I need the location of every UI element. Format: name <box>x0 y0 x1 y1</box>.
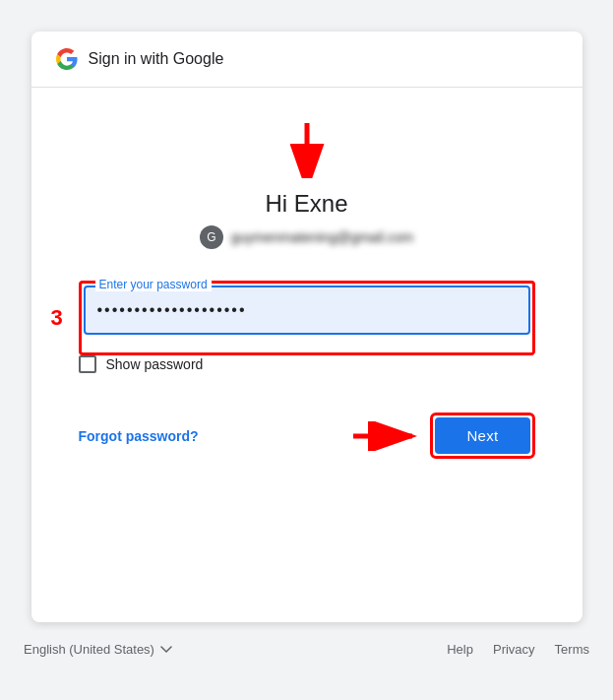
next-button-wrapper: Next <box>430 413 534 459</box>
account-row: G guymenmatening@gmail.com <box>200 225 413 249</box>
avatar: G <box>200 225 223 249</box>
greeting-text: Hi Exne <box>265 190 347 218</box>
terms-link[interactable]: Terms <box>555 642 589 657</box>
password-input[interactable] <box>86 287 528 333</box>
email-text: guymenmatening@gmail.com <box>231 229 413 245</box>
google-logo-icon <box>55 47 79 71</box>
top-area: Hi Exne G guymenmatening@gmail.com <box>79 119 535 281</box>
show-password-label: Show password <box>106 356 204 372</box>
footer-language: English (United States) <box>24 642 172 657</box>
privacy-link[interactable]: Privacy <box>493 642 535 657</box>
show-password-checkbox[interactable] <box>79 355 96 373</box>
forgot-password-link[interactable]: Forgot password? <box>79 428 199 444</box>
language-label: English (United States) <box>24 642 154 657</box>
annotation-arrow-down-icon <box>277 119 337 178</box>
footer-links: Help Privacy Terms <box>447 642 589 657</box>
step-number-label: 3 <box>51 305 63 331</box>
card-header-title: Sign in with Google <box>89 50 224 68</box>
step-and-field: 3 Enter your password <box>79 281 535 355</box>
action-row: Forgot password? Next <box>79 413 535 459</box>
password-label: Enter your password <box>95 278 212 291</box>
password-input-outer <box>84 286 530 335</box>
password-highlight-box: Enter your password <box>79 281 535 355</box>
annotation-arrow-right-icon <box>353 421 422 451</box>
help-link[interactable]: Help <box>447 642 473 657</box>
card-body: Hi Exne G guymenmatening@gmail.com 3 Ent… <box>31 88 582 622</box>
next-button[interactable]: Next <box>435 417 529 454</box>
password-field-wrapper: Enter your password <box>84 286 530 335</box>
show-password-row: Show password <box>79 355 204 373</box>
next-area: Next <box>353 413 534 459</box>
language-dropdown-icon[interactable] <box>160 646 172 654</box>
avatar-initial: G <box>207 230 215 244</box>
card-header: Sign in with Google <box>31 32 582 88</box>
signin-card: Sign in with Google Hi Exne G guymenmate… <box>31 32 582 622</box>
footer: English (United States) Help Privacy Ter… <box>0 630 613 668</box>
password-section: Enter your password <box>79 281 535 355</box>
